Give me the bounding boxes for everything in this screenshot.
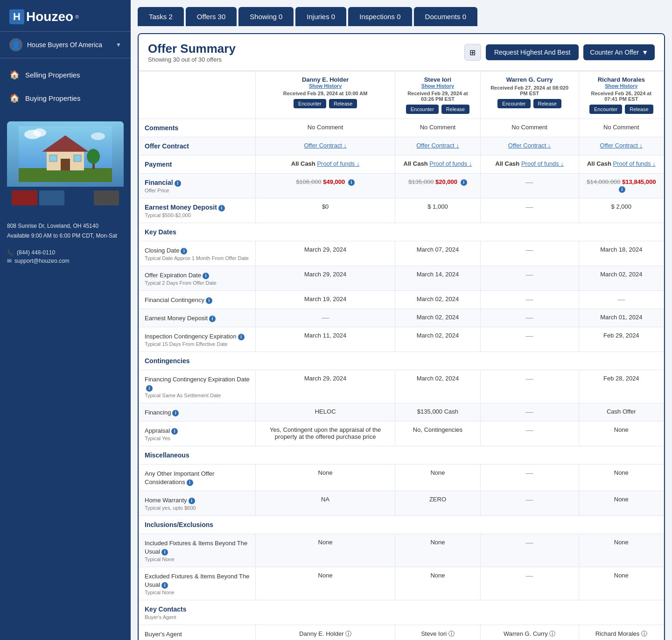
offer-summary-container: Offer Summary Showing 30 out of 30 offer… xyxy=(138,33,665,640)
encounter-btn-1[interactable]: Encounter xyxy=(406,105,439,114)
value-cell-20-3: None xyxy=(585,572,658,579)
tab-inspections[interactable]: Inspections 0 xyxy=(348,7,412,26)
row-label-cell-16: Any Other Important Offer Considerations… xyxy=(139,464,256,491)
row-6-col-3: March 18, 2024 xyxy=(579,241,664,266)
info-icon-fin-3[interactable]: i xyxy=(619,186,625,193)
offers-table-body: CommentsNo CommentNo CommentNo CommentNo… xyxy=(139,119,664,640)
value-cell-19-3: None xyxy=(585,539,658,546)
table-row-9: Earnest Money Depositi—March 02, 2024—Ma… xyxy=(139,309,664,327)
release-btn-2[interactable]: Release xyxy=(533,99,561,108)
buyer-actions-3: Encounter Release xyxy=(585,105,658,114)
row-17-col-0: NA xyxy=(256,491,395,516)
table-row-7: Offer Expiration DateiTypical 2 Days Fro… xyxy=(139,266,664,291)
table-row-13: FinancingiHELOC$135,000 Cash—Cash Offer xyxy=(139,403,664,422)
row-6-col-2: — xyxy=(480,241,579,266)
encounter-btn-3[interactable]: Encounter xyxy=(589,105,622,114)
offer-summary-header: Offer Summary Showing 30 out of 30 offer… xyxy=(139,34,664,71)
buyer-show-history-3[interactable]: Show History xyxy=(585,83,658,89)
info-icon-9[interactable]: i xyxy=(209,316,216,322)
tab-documents[interactable]: Documents 0 xyxy=(414,7,477,26)
info-icon-16[interactable]: i xyxy=(187,479,193,486)
info-icon-8[interactable]: i xyxy=(206,297,212,304)
offer-contract-link-1[interactable]: Offer Contract ↓ xyxy=(416,142,459,149)
account-selector[interactable]: 👤 House Buyers Of America ▼ xyxy=(0,32,131,58)
table-row-19: Included Fixtures & Items Beyond The Usu… xyxy=(139,534,664,567)
proof-of-funds-link-1[interactable]: Proof of funds ↓ xyxy=(429,160,472,167)
sidebar-item-buying[interactable]: 🏠 Buying Properties xyxy=(0,86,131,110)
buyer-actions-0: Encounter Release xyxy=(261,99,389,108)
contact-cell-0: Danny E. Holder ⓘ xyxy=(261,630,389,638)
value-cell-0-3: No Comment xyxy=(585,124,658,131)
value-cell-13-1: $135,000 Cash xyxy=(401,408,474,415)
table-row-1: Offer ContractOffer Contract ↓Offer Cont… xyxy=(139,137,664,155)
release-btn-1[interactable]: Release xyxy=(441,105,469,114)
value-cell-19-1: None xyxy=(401,539,474,546)
sidebar-item-selling[interactable]: 🏠 Selling Properties xyxy=(0,63,131,86)
info-icon-7[interactable]: i xyxy=(203,273,209,279)
buyer-show-history-1[interactable]: Show History xyxy=(401,83,474,89)
offer-contract-link-3[interactable]: Offer Contract ↓ xyxy=(600,142,643,149)
info-icon-3[interactable]: i xyxy=(175,180,181,187)
row-7-col-2: — xyxy=(480,266,579,291)
offer-contract-link-2[interactable]: Offer Contract ↓ xyxy=(508,142,551,149)
buyer-show-history-0[interactable]: Show History xyxy=(261,83,389,89)
release-btn-0[interactable]: Release xyxy=(329,99,357,108)
offer-summary-actions: ⊞ Request Highest And Best Counter An Of… xyxy=(464,44,655,61)
row-label-cell-4: Earnest Money DepositiTypical $500-$2,00… xyxy=(139,198,256,223)
row-2-col-3: All Cash Proof of funds ↓ xyxy=(579,155,664,174)
info-icon-fin-0[interactable]: i xyxy=(348,179,355,186)
tab-injuries[interactable]: Injuries 0 xyxy=(295,7,346,26)
section-label-21: Key Contacts xyxy=(145,605,186,613)
row-16-col-3: None xyxy=(579,464,664,491)
row-14-col-0: Yes, Contingent upon the appraisal of th… xyxy=(256,422,395,446)
info-icon-6[interactable]: i xyxy=(181,248,187,254)
info-icon-10[interactable]: i xyxy=(238,334,245,340)
row-label-3: Financial xyxy=(145,179,173,186)
row-label-cell-1: Offer Contract xyxy=(139,137,256,155)
row-12-col-0: March 29, 2024 xyxy=(256,370,395,403)
row-16-col-2: — xyxy=(480,464,579,491)
counter-offer-button[interactable]: Counter An Offer ▼ xyxy=(583,44,655,60)
row-0-col-0: No Comment xyxy=(256,119,395,137)
proof-of-funds-link-0[interactable]: Proof of funds ↓ xyxy=(317,160,359,167)
row-label-10: Inspection Contingency Expiration xyxy=(145,333,237,340)
info-icon-12[interactable]: i xyxy=(146,385,153,392)
tab-tasks[interactable]: Tasks 2 xyxy=(138,7,184,26)
dash-cell-2: — xyxy=(486,246,573,254)
row-10-col-3: Feb 29, 2024 xyxy=(579,327,664,352)
encounter-btn-0[interactable]: Encounter xyxy=(294,99,326,108)
value-cell-10-0: March 11, 2024 xyxy=(261,332,389,339)
proof-of-funds-link-2[interactable]: Proof of funds ↓ xyxy=(521,160,564,167)
info-icon-4[interactable]: i xyxy=(218,205,225,211)
request-highest-best-button[interactable]: Request Highest And Best xyxy=(486,44,579,60)
info-icon-14[interactable]: i xyxy=(171,428,178,435)
value-cell-12-1: March 02, 2024 xyxy=(401,375,474,382)
proof-of-funds-link-3[interactable]: Proof of funds ↓ xyxy=(613,160,656,167)
info-icon-13[interactable]: i xyxy=(172,410,179,416)
buyer-header-row: Danny E. Holder Show History Received Fe… xyxy=(139,71,664,119)
offer-contract-link-0[interactable]: Offer Contract ↓ xyxy=(304,142,347,149)
value-cell-17-3: None xyxy=(585,496,658,503)
release-btn-3[interactable]: Release xyxy=(625,105,653,114)
info-icon-20[interactable]: i xyxy=(161,582,168,589)
info-icon-fin-1[interactable]: i xyxy=(461,179,467,186)
row-label-1: Offer Contract xyxy=(145,142,189,150)
filter-button[interactable]: ⊞ xyxy=(464,44,481,61)
row-0-col-2: No Comment xyxy=(480,119,579,137)
row-label-cell-17: Home WarrantyiTypical yes, upto $600 xyxy=(139,491,256,516)
tab-showing[interactable]: Showing 0 xyxy=(238,7,294,26)
tab-offers[interactable]: Offers 30 xyxy=(186,7,237,26)
financial-cell-1: $135,000 $20,000 i xyxy=(401,178,474,186)
svg-rect-5 xyxy=(49,155,57,162)
thumbnail-4 xyxy=(94,190,119,205)
row-16-col-0: None xyxy=(256,464,395,491)
dash-cell-2: — xyxy=(486,314,573,322)
value-cell-16-0: None xyxy=(261,469,389,476)
logo: H Houzeo ® xyxy=(9,9,121,24)
info-icon-19[interactable]: i xyxy=(161,549,168,556)
dash-cell-2: — xyxy=(486,469,573,478)
info-icon-17[interactable]: i xyxy=(189,498,195,504)
row-label-19: Included Fixtures & Items Beyond The Usu… xyxy=(145,540,247,555)
encounter-btn-2[interactable]: Encounter xyxy=(497,99,530,108)
row-label-20: Excluded Fixtures & Items Beyond The Usu… xyxy=(145,573,249,588)
